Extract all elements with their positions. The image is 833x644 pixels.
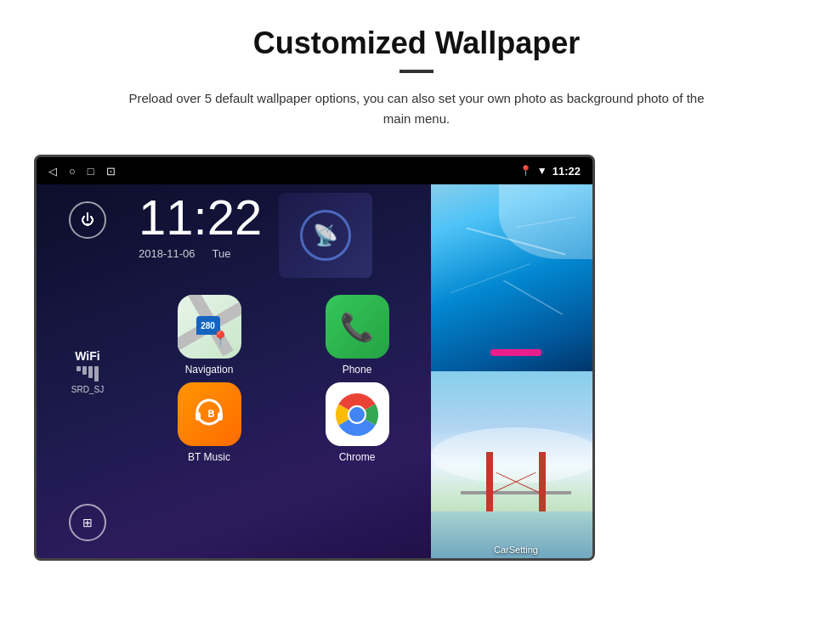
clock-day-value: Tue (212, 247, 231, 260)
wallpaper-bridge-item[interactable]: CarSetting (431, 371, 595, 558)
power-icon: ⏻ (81, 212, 94, 228)
media-icon: 📡 (300, 210, 351, 261)
wifi-bar-1 (76, 366, 81, 371)
bridge-tower-left (486, 452, 493, 511)
screenshot-nav-icon[interactable]: ⊡ (106, 165, 116, 178)
clock-date: 2018-11-06 Tue (139, 247, 262, 260)
wifi-bar-2 (82, 366, 87, 375)
status-time: 11:22 (552, 165, 581, 178)
app-item-chrome[interactable]: Chrome (286, 382, 428, 463)
navigation-label: Navigation (185, 364, 234, 376)
location-icon: 📍 (519, 165, 532, 177)
bt-music-svg: ʙ (190, 395, 229, 434)
broadcast-icon: 📡 (313, 223, 338, 247)
title-divider (400, 70, 434, 73)
left-sidebar: ⏻ WiFi SRD_SJ ⊞ (37, 184, 139, 558)
home-screen: ⏻ WiFi SRD_SJ ⊞ (37, 184, 592, 558)
chrome-svg (334, 392, 380, 438)
btmusic-icon: ʙ (178, 382, 241, 446)
bridge-tower-right (539, 452, 546, 511)
wallpaper-ice-item[interactable] (431, 184, 595, 371)
back-nav-icon[interactable]: ◁ (48, 165, 57, 178)
power-button[interactable]: ⏻ (69, 201, 106, 239)
wallpaper-bridge-preview: CarSetting (431, 371, 595, 558)
status-bar-indicators: 📍 ▼ 11:22 (519, 165, 581, 178)
phone-glyph: 📞 (340, 311, 374, 343)
wifi-ssid: SRD_SJ (71, 385, 104, 394)
clock-widget: 11:22 2018-11-06 Tue (139, 193, 262, 260)
clock-date-value: 2018-11-06 (139, 247, 196, 260)
ice-pink-element (490, 349, 541, 356)
apps-grid-button[interactable]: ⊞ (69, 504, 106, 541)
wifi-bars (71, 366, 104, 381)
ice-crack-3 (503, 280, 563, 315)
bridge-deck (461, 491, 571, 494)
map-pin: 📍 (211, 330, 230, 348)
status-bar: ◁ ○ □ ⊡ 📍 ▼ 11:22 (37, 157, 592, 184)
bridge-structure (461, 452, 571, 511)
recents-nav-icon[interactable]: □ (88, 165, 94, 178)
wifi-label: WiFi (71, 349, 104, 363)
svg-text:ʙ: ʙ (207, 406, 214, 420)
app-item-phone[interactable]: 📞 Phone (286, 295, 428, 376)
grid-icon: ⊞ (82, 516, 93, 529)
main-content: ◁ ○ □ ⊡ 📍 ▼ 11:22 ⏻ (34, 155, 799, 561)
app-item-navigation[interactable]: 280 📍 Navigation (139, 295, 280, 376)
phone-label: Phone (343, 364, 372, 376)
app-item-btmusic[interactable]: ʙ BT Music (139, 382, 280, 463)
status-bar-nav: ◁ ○ □ ⊡ (48, 165, 116, 178)
svg-rect-2 (218, 412, 223, 421)
wallpaper-ice-preview (431, 184, 595, 371)
carsetting-label: CarSetting (494, 545, 538, 555)
chrome-label: Chrome (339, 451, 376, 463)
device-frame: ◁ ○ □ ⊡ 📍 ▼ 11:22 ⏻ (34, 155, 595, 561)
navigation-icon: 280 📍 (178, 295, 241, 359)
phone-icon: 📞 (326, 295, 389, 359)
svg-point-6 (349, 407, 365, 422)
wallpaper-panel: CarSetting (431, 184, 595, 558)
page-wrapper: Customized Wallpaper Preload over 5 defa… (0, 0, 833, 578)
media-widget: 📡 (279, 193, 372, 278)
wifi-widget: WiFi SRD_SJ (71, 349, 104, 394)
svg-rect-1 (196, 412, 201, 421)
wifi-bar-4 (94, 366, 99, 381)
page-subtitle: Preload over 5 default wallpaper options… (119, 88, 714, 129)
page-title: Customized Wallpaper (34, 25, 799, 61)
clock-time: 11:22 (139, 193, 262, 242)
home-nav-icon[interactable]: ○ (69, 165, 76, 178)
wifi-bar-3 (88, 366, 93, 378)
signal-icon: ▼ (537, 165, 547, 177)
btmusic-label: BT Music (188, 451, 230, 463)
chrome-icon (326, 382, 389, 446)
